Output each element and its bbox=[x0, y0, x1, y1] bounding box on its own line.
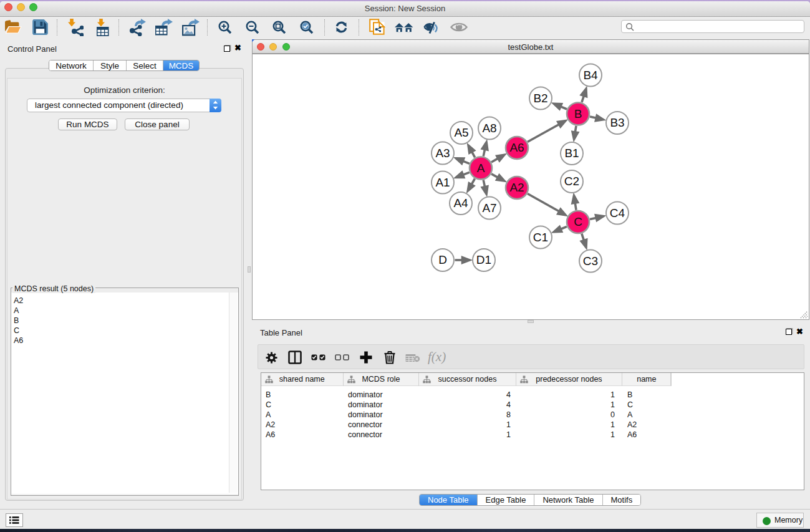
svg-text:A6: A6 bbox=[509, 141, 524, 154]
svg-text:A7: A7 bbox=[482, 201, 496, 215]
svg-text:A1: A1 bbox=[435, 176, 450, 189]
svg-text:A4: A4 bbox=[453, 196, 468, 210]
svg-text:B4: B4 bbox=[583, 69, 598, 82]
svg-text:D1: D1 bbox=[476, 253, 491, 266]
svg-text:B1: B1 bbox=[564, 147, 579, 160]
svg-text:D: D bbox=[438, 253, 447, 266]
svg-text:A2: A2 bbox=[509, 181, 524, 194]
svg-text:C4: C4 bbox=[610, 206, 625, 220]
svg-text:A: A bbox=[477, 162, 485, 175]
svg-text:C3: C3 bbox=[583, 254, 598, 268]
svg-text:C1: C1 bbox=[533, 231, 548, 244]
svg-text:C: C bbox=[574, 215, 582, 228]
svg-text:B: B bbox=[574, 107, 582, 120]
svg-text:A3: A3 bbox=[435, 147, 450, 160]
svg-text:B3: B3 bbox=[610, 116, 624, 129]
svg-text:B2: B2 bbox=[533, 92, 547, 105]
svg-text:C2: C2 bbox=[564, 175, 579, 188]
svg-text:A8: A8 bbox=[482, 122, 496, 135]
svg-text:A5: A5 bbox=[454, 126, 468, 139]
